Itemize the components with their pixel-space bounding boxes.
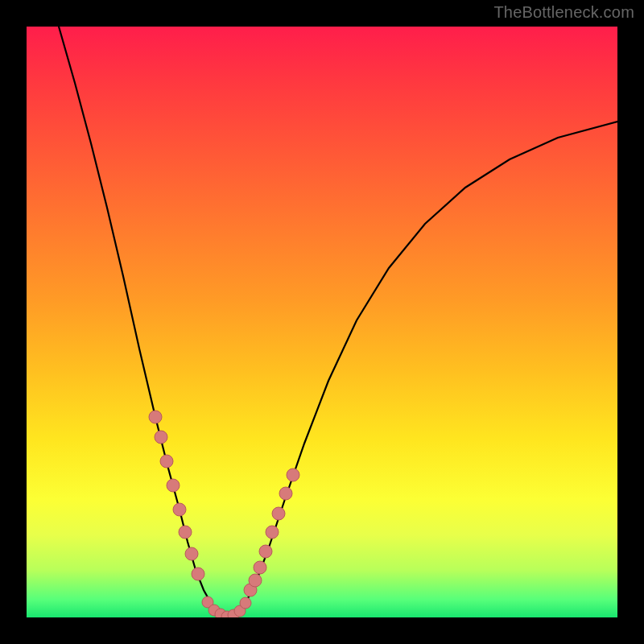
data-marker bbox=[272, 507, 285, 520]
plot-area bbox=[27, 27, 617, 617]
data-marker bbox=[179, 526, 192, 539]
data-marker bbox=[155, 431, 167, 444]
data-marker bbox=[259, 545, 272, 558]
data-markers bbox=[149, 411, 299, 617]
data-marker bbox=[254, 561, 266, 574]
data-marker bbox=[192, 568, 204, 580]
curve-layer bbox=[27, 27, 617, 617]
chart-frame: TheBottleneck.com bbox=[0, 0, 644, 644]
data-marker bbox=[266, 526, 279, 539]
data-marker bbox=[185, 547, 198, 560]
data-marker bbox=[240, 597, 251, 609]
data-marker bbox=[287, 469, 299, 481]
data-marker bbox=[249, 574, 262, 587]
data-marker bbox=[279, 487, 292, 500]
watermark-label: TheBottleneck.com bbox=[493, 3, 634, 22]
data-marker bbox=[149, 411, 162, 423]
data-marker bbox=[160, 455, 173, 468]
data-marker bbox=[167, 479, 180, 492]
data-marker bbox=[173, 503, 186, 516]
bottleneck-curve bbox=[59, 27, 617, 617]
